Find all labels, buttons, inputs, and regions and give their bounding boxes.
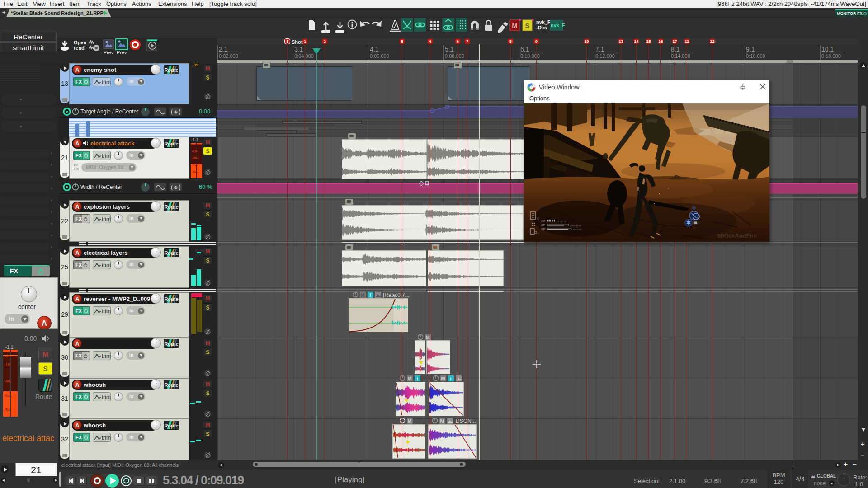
svg-text:13 18 18: 13 18 18 [557,220,566,223]
svg-text:-54-: -54- [192,170,198,174]
svg-text:nvk_F: nvk_F [551,23,565,28]
svg-text:-54-: -54- [4,408,11,412]
svg-text:Prev: Prev [104,50,114,55]
svg-text:DSGN...: DSGN... [456,418,476,424]
svg-text:-42-: -42- [192,163,198,167]
svg-text:MKIceAndFire: MKIceAndFire [717,232,757,239]
svg-text:KO: KO [541,220,545,223]
svg-text:-30-: -30- [4,379,11,383]
svg-text:*: * [531,17,534,24]
svg-text:HP: HP [541,224,545,227]
svg-text:M: M [425,335,429,340]
svg-text:S: S [525,22,529,29]
svg-text:M: M [441,376,445,381]
svg-text:-42-: -42- [4,393,11,398]
svg-text:2: 2 [535,231,537,234]
svg-text:Prev: Prev [117,50,127,55]
svg-text:M: M [407,376,411,381]
svg-text:-Des: -Des [536,25,547,30]
svg-text:200/200: 200/200 [572,228,581,231]
svg-text:rend: rend [74,45,85,51]
svg-text:M: M [440,418,444,424]
svg-text:4: 4 [537,217,539,220]
svg-text:Open: Open [74,40,86,45]
svg-text:SP: SP [541,228,545,231]
svg-text:-30-: -30- [192,156,198,160]
svg-text:1080/1080: 1080/1080 [570,224,581,227]
svg-text:-18-: -18- [192,149,198,153]
svg-text:-1.1: -1.1 [191,137,198,142]
svg-text:M: M [407,418,411,424]
svg-text:nvk_F: nvk_F [536,19,551,25]
svg-text:-18-: -18- [4,362,11,367]
svg-text:M: M [360,292,364,298]
svg-text:*: * [519,17,521,24]
svg-text:i: i [369,292,371,298]
svg-text:i: i [450,376,451,381]
svg-text:-6-: -6- [5,354,9,358]
svg-text:M: M [512,22,518,29]
svg-text:[Rate:0.7...: [Rate:0.7... [383,292,410,298]
svg-text:i: i [416,376,418,381]
